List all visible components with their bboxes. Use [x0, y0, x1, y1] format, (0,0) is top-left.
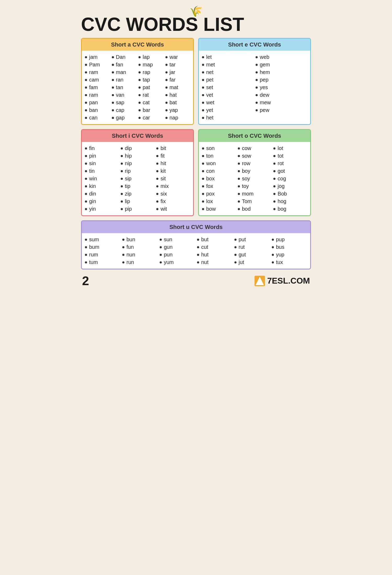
list-item: ram — [85, 91, 110, 99]
list-item: fin — [85, 145, 119, 152]
list-item: Dan — [112, 53, 137, 61]
list-item: bit — [156, 145, 190, 152]
short-e-col-1: let met net pet set vet wet yet het — [201, 53, 255, 122]
list-item: gut — [234, 251, 270, 258]
list-item: cap — [112, 106, 137, 114]
list-item: jut — [234, 258, 270, 266]
list-item: hat — [165, 91, 190, 99]
list-item: fix — [156, 198, 190, 205]
list-item: ban — [85, 106, 110, 114]
list-item: pip — [121, 205, 154, 213]
list-item: bod — [238, 205, 272, 213]
list-item: hit — [156, 160, 190, 167]
list-item: toy — [238, 182, 272, 190]
list-item: fit — [156, 152, 190, 160]
list-item: cut — [197, 243, 232, 251]
list-item: sin — [85, 160, 119, 167]
list-item: tar — [165, 61, 190, 68]
short-o-header: Short o CVC Words — [199, 130, 310, 142]
short-a-header: Short a CVC Words — [82, 39, 193, 51]
footer: 2 7ESL.COM — [81, 274, 311, 288]
short-i-col-2: dip hip nip rip sip tip zip lip pip — [120, 145, 155, 213]
list-item: nut — [197, 258, 232, 266]
list-item: mew — [256, 99, 307, 106]
list-item: cam — [85, 76, 110, 84]
list-item: bow — [202, 205, 236, 213]
short-i-col-1: fin pin sin tin win kin din gin yin — [84, 145, 120, 213]
list-item: Tom — [238, 198, 272, 205]
list-item: dew — [256, 91, 307, 99]
list-item: cat — [139, 99, 163, 106]
list-item: het — [202, 114, 253, 122]
short-u-col-6: pup bus yup tux — [271, 236, 308, 266]
short-a-col-3: lap map rap tap pat rat cat bar car — [137, 53, 164, 122]
list-item: tot — [273, 152, 307, 160]
short-o-col-3: lot tot rot got cog jog Bob hog bog — [272, 145, 308, 213]
list-item: tap — [139, 76, 163, 84]
list-item: jam — [85, 53, 110, 61]
list-item: rum — [85, 251, 120, 258]
list-item: zip — [121, 190, 154, 198]
short-o-col-2: cow sow row boy soy toy mom Tom bod — [237, 145, 273, 213]
list-item: met — [202, 61, 253, 68]
list-item: rap — [139, 68, 163, 76]
list-item: van — [112, 91, 137, 99]
list-item: let — [202, 53, 253, 61]
list-item: kin — [85, 182, 119, 190]
list-item: pet — [202, 76, 253, 84]
list-item: bun — [122, 236, 158, 243]
short-a-col-2: Dan fan man ran tan van sap cap gap — [111, 53, 138, 122]
list-item: gin — [85, 198, 119, 205]
list-item: win — [85, 175, 119, 182]
list-item: hog — [273, 198, 307, 205]
list-item: pin — [85, 152, 119, 160]
list-item: hem — [256, 68, 307, 76]
list-item: yup — [272, 251, 307, 258]
list-item: sap — [112, 99, 137, 106]
short-u-col-4: but cut hut nut — [196, 236, 233, 266]
list-item: ram — [85, 68, 110, 76]
list-item: pew — [256, 106, 307, 114]
short-e-content: let met net pet set vet wet yet het web … — [199, 51, 310, 124]
list-item: yum — [160, 258, 195, 266]
short-o-section: Short o CVC Words son ton won con box fo… — [198, 129, 311, 216]
list-item: put — [234, 236, 270, 243]
list-item: kit — [156, 167, 190, 175]
list-item: yin — [85, 205, 119, 213]
list-item: vet — [202, 91, 253, 99]
list-item: pox — [202, 190, 236, 198]
list-item: six — [156, 190, 190, 198]
list-item: wet — [202, 99, 253, 106]
list-item: rip — [121, 167, 154, 175]
list-item: car — [139, 114, 163, 122]
list-item: dip — [121, 145, 154, 152]
page-title: CVC WORDS LIST — [81, 15, 311, 34]
list-item: fan — [112, 61, 137, 68]
list-item: mom — [238, 190, 272, 198]
short-e-header: Short e CVC Words — [199, 39, 310, 51]
list-item: nip — [121, 160, 154, 167]
short-u-col-1: sum bum rum tum — [84, 236, 121, 266]
list-item: bar — [139, 106, 163, 114]
list-item: mat — [165, 84, 190, 91]
list-item: sum — [85, 236, 120, 243]
list-item: cog — [273, 175, 307, 182]
list-item: got — [273, 167, 307, 175]
list-item: yap — [165, 106, 190, 114]
list-item: set — [202, 84, 253, 91]
list-item: wit — [156, 205, 190, 213]
list-item: man — [112, 68, 137, 76]
list-item: won — [202, 160, 236, 167]
list-item: ran — [112, 76, 137, 84]
list-item: rat — [139, 91, 163, 99]
list-item: but — [197, 236, 232, 243]
list-item: pat — [139, 84, 163, 91]
short-o-col-1: son ton won con box fox pox lox bow — [201, 145, 237, 213]
short-i-section: Short i CVC Words fin pin sin tin win ki… — [81, 129, 194, 216]
list-item: tux — [272, 258, 307, 266]
list-item: hip — [121, 152, 154, 160]
list-item: pup — [272, 236, 307, 243]
list-item: gun — [160, 243, 195, 251]
short-i-content: fin pin sin tin win kin din gin yin dip … — [82, 142, 193, 215]
list-item: con — [202, 167, 236, 175]
